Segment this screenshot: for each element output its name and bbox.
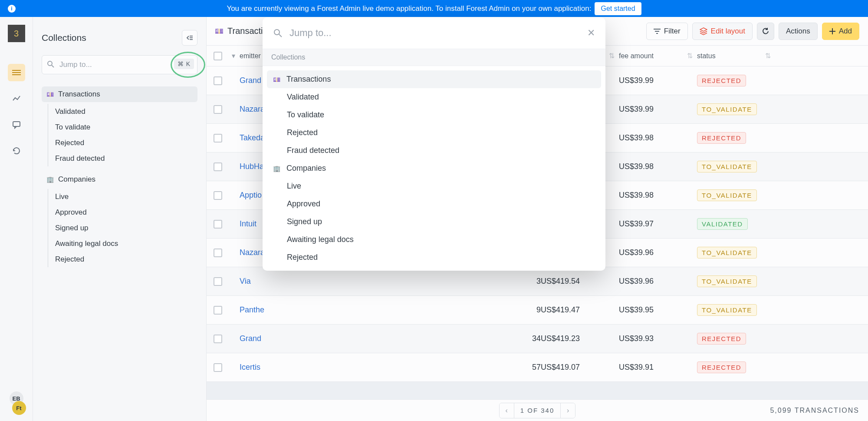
- prev-page-button[interactable]: ‹: [500, 403, 514, 418]
- fee-cell: US$39.98: [619, 191, 697, 200]
- modal-item[interactable]: Fraud detected: [267, 142, 601, 159]
- modal-item[interactable]: Rejected: [267, 124, 601, 142]
- modal-group[interactable]: 💷Transactions: [267, 70, 601, 88]
- select-all[interactable]: ▾: [214, 52, 240, 60]
- modal-item[interactable]: Awaiting legal docs: [267, 231, 601, 249]
- highlight-annotation: [171, 52, 205, 78]
- fee-cell: US$39.99: [619, 105, 697, 114]
- emitter-link[interactable]: Grand: [240, 334, 261, 343]
- fee-cell: US$39.96: [619, 248, 697, 257]
- sidebar-item[interactable]: Approved: [51, 205, 197, 220]
- sidebar-item[interactable]: Awaiting legal docs: [51, 236, 197, 252]
- row-checkbox[interactable]: [214, 191, 222, 200]
- avatar-2: Ft: [12, 401, 26, 415]
- fee-cell: US$39.99: [619, 76, 697, 85]
- rail-history-icon[interactable]: [8, 142, 25, 159]
- modal-list: 💷TransactionsValidatedTo validateRejecte…: [263, 66, 605, 271]
- table-row[interactable]: Icertis57US$419.07US$39.91REJECTED: [207, 353, 868, 382]
- emitter-link[interactable]: Nazara: [240, 105, 265, 113]
- collapse-sidebar-button[interactable]: [182, 30, 197, 46]
- svg-line-16: [279, 34, 282, 37]
- modal-group[interactable]: 🏢Companies: [267, 159, 601, 177]
- emitter-link[interactable]: Takeda: [240, 133, 265, 142]
- modal-item[interactable]: Rejected: [267, 249, 601, 266]
- col-fee[interactable]: fee amount⇅: [619, 52, 697, 60]
- collection-icon: 🏢: [273, 165, 280, 172]
- sidebar-group-transactions[interactable]: 💷Transactions: [42, 86, 197, 102]
- status-badge: TO_VALIDATE: [697, 189, 757, 201]
- row-checkbox[interactable]: [214, 277, 222, 286]
- modal-item[interactable]: Validated: [267, 88, 601, 106]
- row-checkbox[interactable]: [214, 306, 222, 315]
- fee-cell: US$39.97: [619, 219, 697, 229]
- status-badge: VALIDATED: [697, 218, 748, 230]
- emitter-link[interactable]: Nazara: [240, 248, 265, 257]
- refresh-button[interactable]: [757, 23, 774, 40]
- rail-chat-icon[interactable]: [8, 116, 25, 133]
- sidebar-item[interactable]: Validated: [51, 104, 197, 119]
- row-checkbox[interactable]: [214, 76, 222, 85]
- filter-icon: [654, 28, 661, 34]
- sidebar-item[interactable]: Signed up: [51, 220, 197, 236]
- truncated-cell: 57: [522, 363, 541, 372]
- emitter-link[interactable]: Icertis: [240, 363, 260, 371]
- sidebar-item[interactable]: Rejected: [51, 135, 197, 151]
- close-icon[interactable]: ✕: [587, 27, 595, 39]
- modal-item[interactable]: Live: [267, 177, 601, 195]
- actions-button[interactable]: Actions: [779, 23, 818, 40]
- emitter-link[interactable]: Grand: [240, 76, 261, 85]
- emitter-link[interactable]: Apptio: [240, 191, 262, 199]
- fee-cell: US$39.98: [619, 162, 697, 171]
- row-checkbox[interactable]: [214, 335, 222, 343]
- rail-data-icon[interactable]: [8, 64, 25, 81]
- modal-group-label: Transactions: [286, 75, 331, 84]
- rail-analytics-icon[interactable]: [8, 90, 25, 107]
- emitter-link[interactable]: HubHa: [240, 162, 264, 171]
- truncated-cell: 3: [522, 277, 541, 286]
- sidebar-item[interactable]: Live: [51, 189, 197, 205]
- fee-cell: US$39.93: [619, 334, 697, 343]
- app-logo[interactable]: 3: [8, 25, 25, 42]
- status-badge: TO_VALIDATE: [697, 161, 757, 172]
- sidebar-item[interactable]: Fraud detected: [51, 151, 197, 166]
- status-badge: TO_VALIDATE: [697, 304, 757, 316]
- status-badge: REJECTED: [697, 333, 746, 345]
- row-checkbox[interactable]: [214, 134, 222, 143]
- svg-marker-12: [700, 28, 707, 31]
- table-row[interactable]: Via3US$419.54US$39.96TO_VALIDATE: [207, 267, 868, 296]
- paginator: ‹ 1 OF 340 ›: [499, 403, 576, 418]
- add-button[interactable]: Add: [822, 23, 859, 40]
- row-checkbox[interactable]: [214, 105, 222, 114]
- modal-section-label: Collections: [263, 49, 605, 66]
- row-checkbox[interactable]: [214, 249, 222, 257]
- modal-item[interactable]: To validate: [267, 106, 601, 124]
- sort-icon: ⇅: [609, 52, 615, 60]
- row-checkbox[interactable]: [214, 220, 222, 229]
- sort-icon: ⇅: [765, 52, 771, 60]
- modal-search-input[interactable]: [289, 27, 580, 39]
- layers-icon: [700, 27, 707, 35]
- collection-icon: 💷: [273, 76, 280, 83]
- col-status[interactable]: status⇅: [697, 52, 775, 60]
- emitter-link[interactable]: Intuit: [240, 219, 256, 228]
- get-started-button[interactable]: Get started: [595, 2, 641, 15]
- user-avatars[interactable]: EB Ft: [8, 391, 25, 412]
- sidebar-group-companies[interactable]: 🏢Companies: [42, 172, 197, 187]
- table-row[interactable]: Panthe9US$419.47US$39.95TO_VALIDATE: [207, 296, 868, 325]
- table-row[interactable]: Grand34US$419.23US$39.93REJECTED: [207, 325, 868, 353]
- sidebar-item[interactable]: To validate: [51, 119, 197, 135]
- modal-item[interactable]: Signed up: [267, 213, 601, 231]
- sidebar-item[interactable]: Rejected: [51, 252, 197, 267]
- next-page-button[interactable]: ›: [560, 403, 575, 418]
- svg-rect-2: [12, 74, 21, 75]
- status-badge: REJECTED: [697, 361, 746, 373]
- modal-item[interactable]: Approved: [267, 195, 601, 213]
- emitter-link[interactable]: Via: [240, 277, 251, 285]
- emitter-link[interactable]: Panthe: [240, 305, 264, 314]
- fee-cell: US$39.95: [619, 305, 697, 315]
- filter-button[interactable]: Filter: [646, 23, 688, 40]
- edit-layout-button[interactable]: Edit layout: [692, 23, 753, 40]
- row-checkbox[interactable]: [214, 162, 222, 171]
- fee-cell: US$39.91: [619, 363, 697, 372]
- row-checkbox[interactable]: [214, 363, 222, 372]
